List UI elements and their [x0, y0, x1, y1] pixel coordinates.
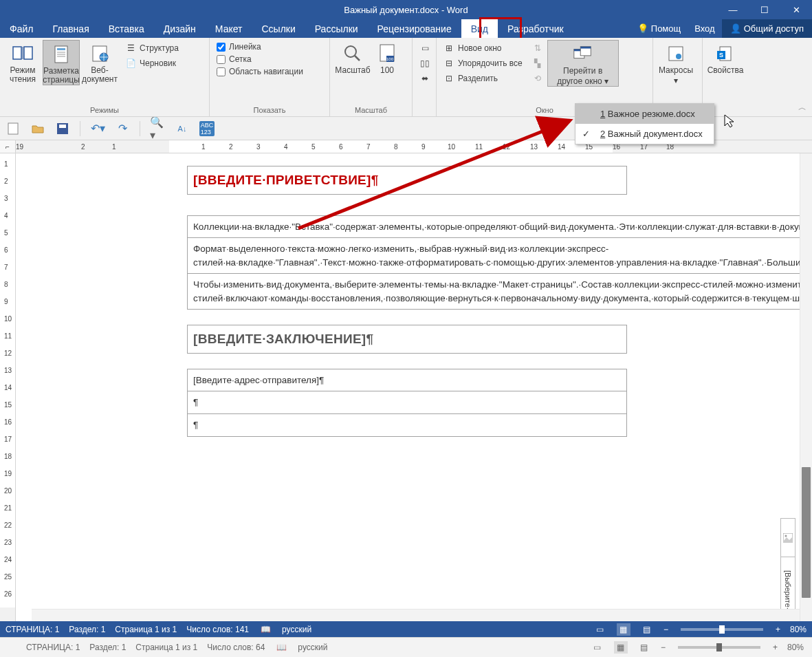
- reading-mode-button[interactable]: Режим чтения: [4, 40, 41, 84]
- login-button[interactable]: Вход: [688, 19, 721, 38]
- document-canvas[interactable]: [ВВЕДИТЕ·ПРИВЕТСТВИЕ]¶ Коллекции·на·вкла…: [16, 153, 812, 621]
- qat-spell-button[interactable]: ABC123: [199, 121, 215, 136]
- qat-undo-button[interactable]: ↶▾: [90, 121, 105, 136]
- one-page-button[interactable]: ▭: [417, 41, 433, 55]
- switch-windows-dropdown: 1 Важное резюме.docx ✓ 2 Важный документ…: [575, 103, 714, 144]
- paragraph-empty-2: ¶: [188, 414, 627, 437]
- page-100-icon: 100: [376, 43, 398, 65]
- tab-home[interactable]: Главная: [43, 19, 98, 38]
- sb2-pageof[interactable]: Страница 1 из 1: [135, 643, 197, 652]
- collapse-ribbon-button[interactable]: ︿: [797, 100, 808, 115]
- sync-scroll-button[interactable]: ⇅: [529, 41, 546, 55]
- zoom-slider-2[interactable]: [678, 646, 760, 649]
- sb-section[interactable]: Раздел: 1: [69, 625, 105, 634]
- zoom-value-2[interactable]: 80%: [787, 643, 804, 652]
- read-mode-icon-2[interactable]: ▭: [591, 641, 604, 654]
- print-layout-icon-2[interactable]: ▦: [614, 641, 628, 654]
- maximize-button[interactable]: ☐: [749, 0, 780, 19]
- tab-view[interactable]: Вид: [461, 19, 498, 38]
- tab-references[interactable]: Ссылки: [252, 19, 305, 38]
- draft-button[interactable]: 📄Черновик: [122, 56, 182, 70]
- outline-icon: ☰: [125, 43, 136, 54]
- vertical-ruler[interactable]: 2112345678910111213141516171819202122232…: [0, 153, 16, 621]
- document-area: 2112345678910111213141516171819202122232…: [0, 153, 812, 621]
- macros-icon: [665, 43, 687, 65]
- sb-words[interactable]: Число слов: 141: [186, 625, 249, 634]
- multi-page-button[interactable]: ▯▯: [417, 56, 433, 70]
- zoom-100-button[interactable]: 100 100: [373, 40, 402, 75]
- switch-windows-button[interactable]: Перейти в другое окно ▾: [547, 40, 619, 87]
- reset-icon: ⟲: [532, 73, 543, 84]
- qat-new-button[interactable]: [6, 121, 21, 136]
- arrange-icon: ⊟: [443, 58, 454, 69]
- reset-pos-button[interactable]: ⟲: [529, 72, 546, 85]
- horizontal-scrollbar[interactable]: [32, 609, 800, 621]
- svg-rect-1: [24, 47, 32, 59]
- web-layout-icon[interactable]: ▤: [640, 623, 654, 636]
- svg-point-29: [785, 535, 787, 537]
- qat-sort-button[interactable]: A↓: [175, 121, 190, 136]
- tab-insert[interactable]: Вставка: [99, 19, 154, 38]
- tab-file[interactable]: Файл: [0, 19, 43, 38]
- sb-page[interactable]: СТРАНИЦА: 1: [6, 625, 59, 634]
- share-button[interactable]: 👤Общий доступ: [722, 19, 812, 38]
- print-layout-icon[interactable]: ▦: [617, 623, 630, 636]
- spell-icon-2[interactable]: 📖: [274, 641, 288, 654]
- help-button[interactable]: 💡Помощ: [630, 19, 688, 38]
- zoom-button[interactable]: Масштаб: [334, 40, 371, 75]
- page-layout-button[interactable]: Разметка страницы: [43, 40, 80, 85]
- sb-lang[interactable]: русский: [282, 625, 311, 634]
- side-textbox[interactable]: [Выберите·: [780, 518, 795, 621]
- web-layout-icon-2[interactable]: ▤: [637, 641, 651, 654]
- tab-mailings[interactable]: Рассылки: [305, 19, 368, 38]
- zoom-out-button-2[interactable]: −: [661, 643, 666, 652]
- ruler-corner[interactable]: ⌐: [0, 140, 16, 153]
- zoom-slider[interactable]: [681, 628, 763, 631]
- svg-point-20: [676, 54, 681, 59]
- sb-pageof[interactable]: Страница 1 из 1: [115, 625, 177, 634]
- ribbon-tabs: Файл Главная Вставка Дизайн Макет Ссылки…: [0, 19, 812, 38]
- new-window-button[interactable]: ⊞Новое окно: [441, 41, 525, 55]
- ruler-checkbox[interactable]: Линейка: [214, 41, 306, 52]
- svg-point-10: [345, 46, 356, 57]
- tab-developer[interactable]: Разработчик: [498, 19, 573, 38]
- heading-greeting: [ВВЕДИТЕ·ПРИВЕТСТВИЕ]¶: [193, 173, 379, 187]
- qat-redo-button[interactable]: ↷: [115, 121, 130, 136]
- dropdown-item-1[interactable]: 1 Важное резюме.docx: [575, 104, 714, 124]
- zoom-value[interactable]: 80%: [790, 625, 806, 634]
- web-layout-button[interactable]: Веб-документ: [81, 40, 118, 84]
- draft-icon: 📄: [125, 58, 136, 69]
- outline-button[interactable]: ☰Структура: [122, 41, 182, 55]
- zoom-in-button-2[interactable]: +: [773, 643, 778, 652]
- window-title: Важный документ.docx - Word: [344, 5, 468, 15]
- sb2-words[interactable]: Число слов: 64: [207, 643, 265, 652]
- arrange-all-button[interactable]: ⊟Упорядочить все: [441, 56, 525, 70]
- minimize-button[interactable]: —: [717, 0, 749, 19]
- spell-icon[interactable]: 📖: [259, 623, 272, 636]
- zoom-in-button[interactable]: +: [776, 625, 780, 634]
- svg-line-11: [355, 56, 360, 61]
- qat-save-button[interactable]: [55, 121, 70, 136]
- qat-preview-button[interactable]: 🔍▾: [150, 121, 165, 136]
- sb2-section[interactable]: Раздел: 1: [89, 643, 126, 652]
- split-button[interactable]: ⊡Разделить: [441, 72, 525, 85]
- macros-button[interactable]: Макросы▾: [657, 40, 694, 85]
- qat-open-button[interactable]: [30, 121, 45, 136]
- onepage-icon: ▭: [419, 43, 430, 54]
- zoom-out-button[interactable]: −: [663, 625, 668, 634]
- properties-button[interactable]: S Свойства: [707, 40, 744, 75]
- page-width-button[interactable]: ⬌: [417, 72, 433, 85]
- nav-pane-checkbox[interactable]: Область навигации: [214, 66, 306, 77]
- view-side-button[interactable]: ▚: [529, 56, 546, 70]
- close-button[interactable]: ✕: [780, 0, 812, 19]
- multipage-icon: ▯▯: [419, 58, 430, 69]
- gridlines-checkbox[interactable]: Сетка: [214, 54, 306, 65]
- tab-design[interactable]: Дизайн: [154, 19, 206, 38]
- read-mode-icon[interactable]: ▭: [593, 623, 607, 636]
- sb2-lang[interactable]: русский: [298, 643, 327, 652]
- dropdown-item-2[interactable]: ✓ 2 Важный документ.docx: [575, 124, 714, 144]
- sb2-page[interactable]: СТРАНИЦА: 1: [26, 643, 80, 652]
- vertical-scrollbar[interactable]: [800, 153, 812, 621]
- tab-layout[interactable]: Макет: [206, 19, 252, 38]
- tab-review[interactable]: Рецензирование: [368, 19, 461, 38]
